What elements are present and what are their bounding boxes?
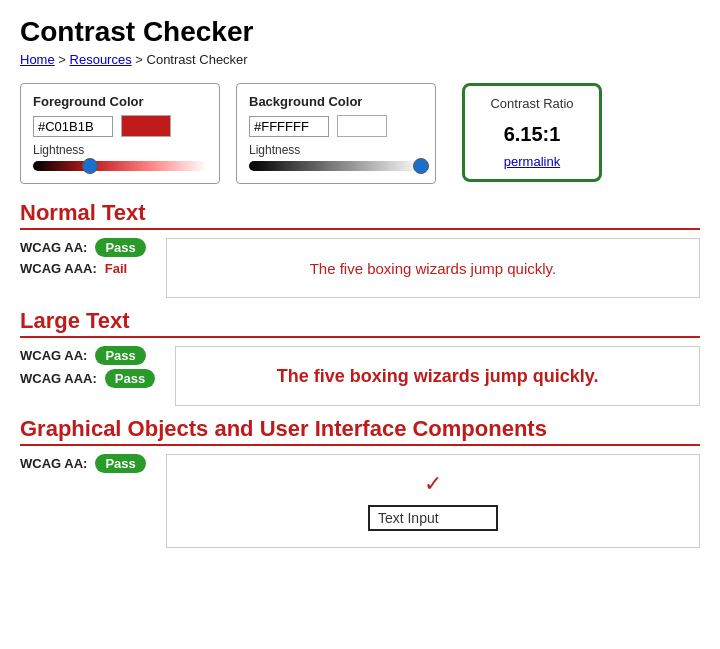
background-input-row — [249, 115, 423, 137]
checkmark-icon: ✓ — [424, 471, 442, 497]
foreground-hex-input[interactable] — [33, 116, 113, 137]
graphical-wcag-col: WCAG AA: Pass — [20, 454, 146, 477]
contrast-ratio-box: Contrast Ratio 6.15:1 permalink — [462, 83, 602, 182]
graphical-aa-badge: Pass — [95, 454, 145, 473]
graphical-content: WCAG AA: Pass ✓ Text Input — [20, 454, 700, 548]
breadcrumb: Home > Resources > Contrast Checker — [20, 52, 700, 67]
foreground-swatch — [121, 115, 171, 137]
foreground-lightness-label: Lightness — [33, 143, 207, 157]
background-label: Background Color — [249, 94, 423, 109]
foreground-lightness-slider[interactable] — [33, 161, 207, 171]
background-color-box: Background Color Lightness — [236, 83, 436, 184]
large-text-aaa-label: WCAG AAA: — [20, 371, 97, 386]
normal-text-aaa-badge: Fail — [105, 261, 127, 276]
foreground-slider-thumb — [82, 158, 98, 174]
normal-text-heading: Normal Text — [20, 200, 700, 230]
large-text-wcag-col: WCAG AA: Pass WCAG AAA: Pass — [20, 346, 155, 392]
background-lightness-label: Lightness — [249, 143, 423, 157]
large-text-preview: The five boxing wizards jump quickly. — [277, 366, 599, 387]
graphical-preview: ✓ Text Input — [368, 471, 498, 531]
normal-text-preview-box: The five boxing wizards jump quickly. — [166, 238, 700, 298]
normal-text-wcag-col: WCAG AA: Pass WCAG AAA: Fail — [20, 238, 146, 280]
normal-text-section: Normal Text WCAG AA: Pass WCAG AAA: Fail… — [20, 200, 700, 298]
normal-text-aa-label: WCAG AA: — [20, 240, 87, 255]
graphical-preview-box: ✓ Text Input — [166, 454, 700, 548]
normal-text-aaa-row: WCAG AAA: Fail — [20, 261, 146, 276]
background-hex-input[interactable] — [249, 116, 329, 137]
graphical-aa-row: WCAG AA: Pass — [20, 454, 146, 473]
normal-text-aa-row: WCAG AA: Pass — [20, 238, 146, 257]
large-text-aa-row: WCAG AA: Pass — [20, 346, 155, 365]
foreground-input-row — [33, 115, 207, 137]
breadcrumb-home-link[interactable]: Home — [20, 52, 55, 67]
large-text-preview-box: The five boxing wizards jump quickly. — [175, 346, 700, 406]
background-slider-thumb — [413, 158, 429, 174]
contrast-ratio-label: Contrast Ratio — [481, 96, 583, 111]
foreground-color-box: Foreground Color Lightness — [20, 83, 220, 184]
graphical-heading: Graphical Objects and User Interface Com… — [20, 416, 700, 446]
large-text-aaa-badge: Pass — [105, 369, 155, 388]
large-text-aa-badge: Pass — [95, 346, 145, 365]
background-swatch — [337, 115, 387, 137]
normal-text-aaa-label: WCAG AAA: — [20, 261, 97, 276]
foreground-label: Foreground Color — [33, 94, 207, 109]
background-lightness-slider[interactable] — [249, 161, 423, 171]
contrast-ratio-value: 6.15:1 — [481, 113, 583, 148]
permalink-link[interactable]: permalink — [481, 154, 583, 169]
graphical-section: Graphical Objects and User Interface Com… — [20, 416, 700, 548]
large-text-section: Large Text WCAG AA: Pass WCAG AAA: Pass … — [20, 308, 700, 406]
normal-text-aa-badge: Pass — [95, 238, 145, 257]
large-text-content: WCAG AA: Pass WCAG AAA: Pass The five bo… — [20, 346, 700, 406]
large-text-aa-label: WCAG AA: — [20, 348, 87, 363]
breadcrumb-resources-link[interactable]: Resources — [70, 52, 132, 67]
graphical-aa-label: WCAG AA: — [20, 456, 87, 471]
normal-text-preview: The five boxing wizards jump quickly. — [310, 260, 557, 277]
normal-text-content: WCAG AA: Pass WCAG AAA: Fail The five bo… — [20, 238, 700, 298]
large-text-aaa-row: WCAG AAA: Pass — [20, 369, 155, 388]
large-text-heading: Large Text — [20, 308, 700, 338]
breadcrumb-current: Contrast Checker — [147, 52, 248, 67]
page-title: Contrast Checker — [20, 16, 700, 48]
color-controls: Foreground Color Lightness Background Co… — [20, 83, 700, 184]
text-input-mock[interactable]: Text Input — [368, 505, 498, 531]
